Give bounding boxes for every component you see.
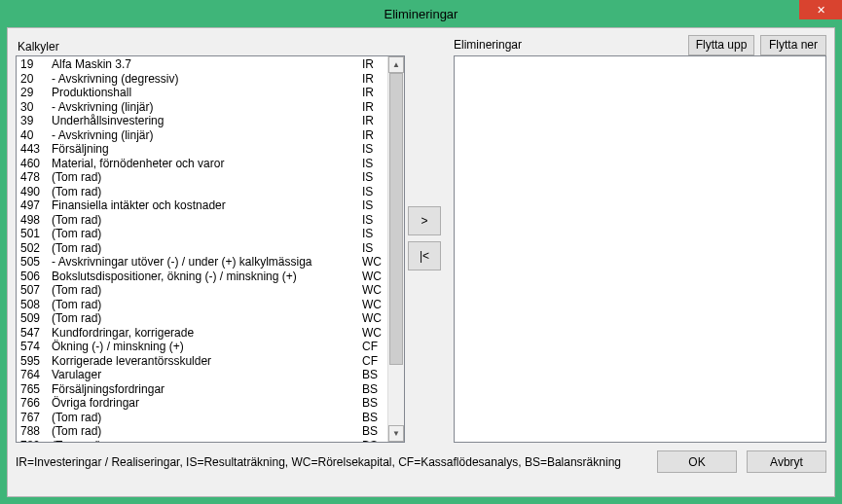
list-item[interactable]: 20 - Avskrivning (degressiv)IR <box>17 72 387 87</box>
list-item[interactable]: 498(Tom rad)IS <box>17 213 387 228</box>
ok-button[interactable]: OK <box>657 450 737 473</box>
row-label: (Tom rad) <box>52 213 362 228</box>
list-item[interactable]: 764VarulagerBS <box>17 368 387 382</box>
list-item[interactable]: 788(Tom rad)BS <box>17 424 387 439</box>
row-code: 498 <box>20 213 52 228</box>
list-item[interactable]: 789(Tom rad)BS <box>17 439 387 443</box>
row-code: 595 <box>20 354 52 369</box>
row-category: IS <box>362 142 384 157</box>
row-code: 506 <box>20 270 52 284</box>
row-label: (Tom rad) <box>52 411 362 425</box>
list-item[interactable]: 766Övriga fordringarBS <box>17 396 387 411</box>
list-item[interactable]: 595Korrigerade leverantörsskulderCF <box>17 354 387 369</box>
row-label: Varulager <box>52 368 362 382</box>
elimineringar-listbox[interactable] <box>454 55 826 443</box>
row-label: Bokslutsdispositioner, ökning (-) / mins… <box>52 270 362 284</box>
scroll-up-button[interactable]: ▲ <box>388 56 404 73</box>
list-item[interactable]: 574Ökning (-) / minskning (+)CF <box>17 340 387 354</box>
row-category: WC <box>362 270 384 284</box>
row-code: 507 <box>20 283 52 298</box>
row-code: 443 <box>20 142 52 157</box>
row-label: Alfa Maskin 3.7 <box>52 57 362 72</box>
list-item[interactable]: 478(Tom rad)IS <box>17 170 387 185</box>
dialog-window: Elimineringar ✕ Kalkyler 19Alfa Maskin 3… <box>0 0 842 504</box>
list-item[interactable]: 497Finansiella intäkter och kostnaderIS <box>17 198 387 213</box>
list-item[interactable]: 39UnderhållsinvesteringIR <box>17 114 387 128</box>
row-category: IR <box>362 100 384 115</box>
row-label: (Tom rad) <box>52 283 362 298</box>
move-right-button[interactable]: > <box>408 206 441 235</box>
list-item[interactable]: 30 - Avskrivning (linjär)IR <box>17 100 387 115</box>
row-category: IS <box>362 241 384 256</box>
row-label: (Tom rad) <box>52 311 362 326</box>
move-left-button[interactable]: |< <box>408 241 441 270</box>
scroll-track[interactable] <box>388 73 404 425</box>
row-label: Produktionshall <box>52 86 362 100</box>
kalkyler-listbox[interactable]: 19Alfa Maskin 3.7IR20 - Avskrivning (deg… <box>16 55 405 443</box>
right-heading: Elimineringar <box>454 38 522 52</box>
row-category: IR <box>362 114 384 128</box>
row-code: 497 <box>20 198 52 213</box>
row-code: 788 <box>20 424 52 439</box>
row-category: BS <box>362 424 384 439</box>
row-code: 547 <box>20 326 52 341</box>
list-item[interactable]: 507(Tom rad)WC <box>17 283 387 298</box>
list-item[interactable]: 509(Tom rad)WC <box>17 311 387 326</box>
row-category: IR <box>362 72 384 87</box>
scroll-down-button[interactable]: ▼ <box>388 425 404 442</box>
row-category: IR <box>362 128 384 143</box>
row-code: 29 <box>20 86 52 100</box>
list-item[interactable]: 767(Tom rad)BS <box>17 411 387 425</box>
row-label: (Tom rad) <box>52 170 362 185</box>
row-label: Kundfordringar, korrigerade <box>52 326 362 341</box>
list-item[interactable]: 490(Tom rad)IS <box>17 185 387 199</box>
row-label: (Tom rad) <box>52 439 362 443</box>
cancel-button[interactable]: Avbryt <box>747 450 826 473</box>
list-item[interactable]: 460Material, förnödenheter och varorIS <box>17 157 387 171</box>
title-bar: Elimineringar ✕ <box>0 0 842 27</box>
row-category: IR <box>362 57 384 72</box>
row-category: IS <box>362 185 384 199</box>
row-label: (Tom rad) <box>52 424 362 439</box>
row-code: 764 <box>20 368 52 382</box>
row-label: (Tom rad) <box>52 241 362 256</box>
list-inner: 19Alfa Maskin 3.7IR20 - Avskrivning (deg… <box>17 56 387 442</box>
row-label: (Tom rad) <box>52 185 362 199</box>
list-item[interactable]: 40 - Avskrivning (linjär)IR <box>17 128 387 143</box>
scroll-thumb[interactable] <box>389 73 403 365</box>
move-down-button[interactable]: Flytta ner <box>760 35 826 55</box>
vertical-scrollbar[interactable]: ▲ ▼ <box>387 56 404 442</box>
middle-column: > |< <box>405 34 444 443</box>
row-code: 766 <box>20 396 52 411</box>
row-category: WC <box>362 298 384 312</box>
left-column: Kalkyler 19Alfa Maskin 3.7IR20 - Avskriv… <box>16 34 405 443</box>
list-item[interactable]: 19Alfa Maskin 3.7IR <box>17 57 387 72</box>
move-up-button[interactable]: Flytta upp <box>688 35 754 55</box>
row-label: - Avskrivning (linjär) <box>52 100 362 115</box>
list-item[interactable]: 508(Tom rad)WC <box>17 298 387 312</box>
list-item[interactable]: 502(Tom rad)IS <box>17 241 387 256</box>
move-up-label: Flytta upp <box>696 38 748 52</box>
row-code: 502 <box>20 241 52 256</box>
list-item[interactable]: 501(Tom rad)IS <box>17 227 387 241</box>
row-category: BS <box>362 368 384 382</box>
list-item[interactable]: 765FörsäljningsfordringarBS <box>17 382 387 397</box>
close-button[interactable]: ✕ <box>799 0 842 19</box>
row-code: 39 <box>20 114 52 128</box>
row-category: IS <box>362 213 384 228</box>
row-code: 40 <box>20 128 52 143</box>
row-category: WC <box>362 255 384 270</box>
row-category: IS <box>362 198 384 213</box>
list-item[interactable]: 443FörsäljningIS <box>17 142 387 157</box>
list-item[interactable]: 506Bokslutsdispositioner, ökning (-) / m… <box>17 270 387 284</box>
list-item[interactable]: 29ProduktionshallIR <box>17 86 387 100</box>
row-label: Försäljningsfordringar <box>52 382 362 397</box>
row-label: - Avskrivning (degressiv) <box>52 72 362 87</box>
left-heading: Kalkyler <box>18 40 59 54</box>
list-item[interactable]: 547Kundfordringar, korrigeradeWC <box>17 326 387 341</box>
close-icon: ✕ <box>817 4 825 17</box>
row-label: - Avskrivning (linjär) <box>52 128 362 143</box>
right-column: Elimineringar Flytta upp Flytta ner <box>454 34 826 443</box>
cancel-label: Avbryt <box>770 455 803 469</box>
list-item[interactable]: 505 - Avskrivningar utöver (-) / under (… <box>17 255 387 270</box>
